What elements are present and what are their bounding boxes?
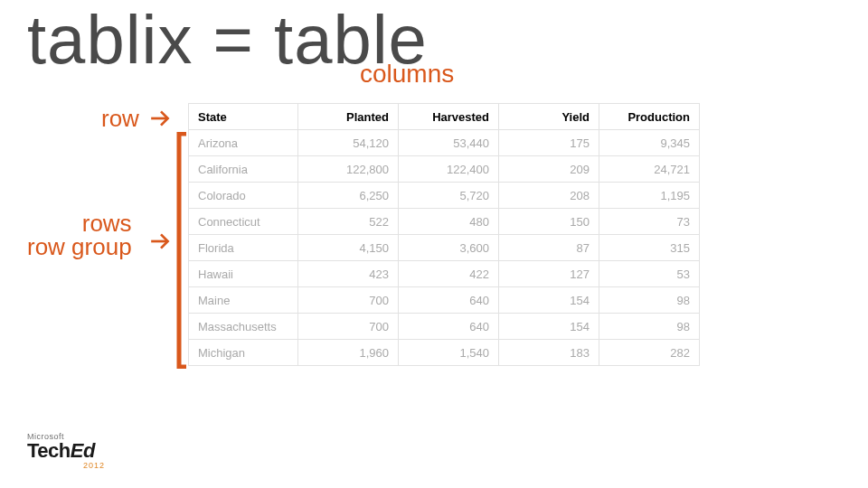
cell-harvested: 122,400 (399, 156, 499, 183)
footer-year: 2012 (27, 461, 105, 470)
table-row: Massachusetts 700 640 154 98 (189, 314, 700, 340)
col-state: State (189, 104, 298, 130)
cell-state: Maine (189, 287, 298, 314)
table-row: Colorado 6,250 5,720 208 1,195 (189, 183, 700, 209)
cell-harvested: 640 (399, 314, 499, 340)
label-row: row (101, 105, 139, 133)
cell-yield: 127 (499, 261, 599, 287)
cell-state: Florida (189, 235, 298, 261)
footer-logo: Microsoft TechEd 2012 (27, 432, 105, 470)
cell-production: 73 (599, 209, 700, 235)
cell-planted: 54,120 (298, 130, 399, 156)
cell-yield: 154 (499, 287, 599, 314)
table-row: Michigan 1,960 1,540 183 282 (189, 340, 700, 366)
cell-planted: 4,150 (298, 235, 399, 261)
cell-planted: 6,250 (298, 183, 399, 209)
table-row: California 122,800 122,400 209 24,721 (189, 156, 700, 183)
cell-state: Hawaii (189, 261, 298, 287)
cell-planted: 1,960 (298, 340, 399, 366)
cell-harvested: 1,540 (399, 340, 499, 366)
tablix-table: State Planted Harvested Yield Production… (188, 103, 700, 366)
table-row: Hawaii 423 422 127 53 (189, 261, 700, 287)
col-production: Production (599, 104, 700, 130)
table-row: Connecticut 522 480 150 73 (189, 209, 700, 235)
cell-harvested: 480 (399, 209, 499, 235)
cell-harvested: 3,600 (399, 235, 499, 261)
cell-planted: 700 (298, 287, 399, 314)
cell-planted: 423 (298, 261, 399, 287)
cell-harvested: 53,440 (399, 130, 499, 156)
table-row: Florida 4,150 3,600 87 315 (189, 235, 700, 261)
cell-state: Colorado (189, 183, 298, 209)
table-row: Maine 700 640 154 98 (189, 287, 700, 314)
arrow-right-icon (149, 107, 173, 130)
cell-yield: 87 (499, 235, 599, 261)
arrow-right-icon (149, 230, 173, 253)
table-header-row: State Planted Harvested Yield Production (189, 104, 700, 130)
footer-brand-main-b: Ed (71, 439, 95, 462)
cell-yield: 209 (499, 156, 599, 183)
label-row-group: row group (27, 235, 132, 258)
cell-production: 98 (599, 287, 700, 314)
cell-yield: 183 (499, 340, 599, 366)
cell-state: Michigan (189, 340, 298, 366)
label-rows-group: rows row group (27, 211, 132, 258)
cell-production: 282 (599, 340, 700, 366)
cell-harvested: 640 (399, 287, 499, 314)
label-rows: rows (27, 211, 132, 235)
cell-yield: 175 (499, 130, 599, 156)
cell-state: Connecticut (189, 209, 298, 235)
cell-planted: 522 (298, 209, 399, 235)
label-columns: columns (360, 60, 454, 89)
cell-yield: 150 (499, 209, 599, 235)
col-harvested: Harvested (399, 104, 499, 130)
cell-production: 98 (599, 314, 700, 340)
cell-production: 24,721 (599, 156, 700, 183)
table-row: Arizona 54,120 53,440 175 9,345 (189, 130, 700, 156)
cell-state: Arizona (189, 130, 298, 156)
cell-planted: 122,800 (298, 156, 399, 183)
cell-state: Massachusetts (189, 314, 298, 340)
cell-production: 9,345 (599, 130, 700, 156)
cell-production: 315 (599, 235, 700, 261)
footer-brand-main: TechEd (27, 441, 105, 461)
col-yield: Yield (499, 104, 599, 130)
cell-harvested: 422 (399, 261, 499, 287)
cell-harvested: 5,720 (399, 183, 499, 209)
cell-yield: 154 (499, 314, 599, 340)
cell-state: California (189, 156, 298, 183)
cell-production: 53 (599, 261, 700, 287)
cell-production: 1,195 (599, 183, 700, 209)
footer-brand-main-a: Tech (27, 439, 71, 462)
cell-yield: 208 (499, 183, 599, 209)
col-planted: Planted (298, 104, 399, 130)
bracket-icon (175, 132, 188, 369)
cell-planted: 700 (298, 314, 399, 340)
